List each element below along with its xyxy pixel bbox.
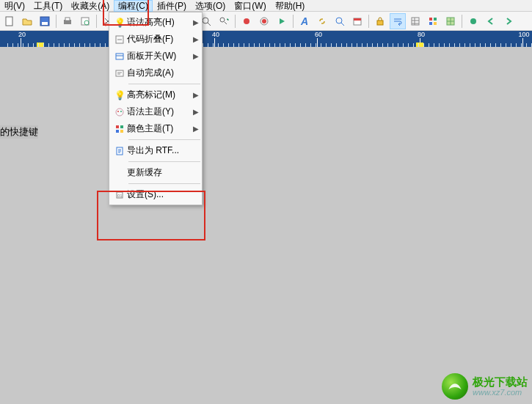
settings-icon: 01 [112, 191, 127, 199]
chevron-right-icon: ▶ [190, 18, 199, 26]
toolbar: A [0, 12, 532, 31]
menu-separator [128, 161, 200, 162]
tb-record-icon[interactable] [256, 13, 272, 29]
tb-green-dot-icon[interactable] [465, 13, 481, 29]
tb-new-icon[interactable] [1, 13, 18, 29]
tb-replace-icon[interactable] [216, 13, 232, 29]
watermark-url: www.xz7.com [473, 388, 528, 397]
menu-v[interactable]: 明(V) [0, 0, 29, 12]
menu-favorites[interactable]: 收藏夹(A) [67, 0, 114, 12]
svg-point-33 [117, 111, 119, 112]
menu-separator [128, 183, 200, 184]
editor-hint-text: 的快捷键 [0, 125, 38, 139]
menu-highlight-mark[interactable]: 💡 高亮标记(M) ▶ [109, 87, 202, 103]
menu-tools[interactable]: 工具(T) [29, 0, 67, 12]
tb-grid2-icon[interactable] [442, 13, 459, 29]
tb-preview-icon[interactable] [77, 13, 93, 29]
svg-rect-0 [6, 17, 12, 26]
svg-rect-37 [116, 130, 119, 133]
svg-rect-25 [429, 22, 432, 25]
svg-point-14 [220, 18, 225, 22]
menu-settings[interactable]: 01 设置(S)... [109, 186, 202, 203]
rtf-icon [112, 147, 127, 155]
chevron-right-icon: ▶ [190, 91, 199, 99]
toolbar-separator [235, 15, 236, 28]
toolbar-separator [96, 15, 97, 28]
menu-separator [128, 139, 200, 140]
menu-window[interactable]: 窗口(W) [230, 0, 270, 12]
tb-arrow-left-icon[interactable] [483, 13, 499, 29]
watermark-logo-icon [442, 373, 468, 400]
chevron-right-icon: ▶ [190, 108, 199, 116]
chevron-right-icon: ▶ [190, 35, 199, 43]
tb-play-icon[interactable] [274, 13, 290, 29]
toolbar-separator [462, 15, 462, 28]
svg-rect-26 [434, 22, 437, 25]
watermark: 极光下载站 www.xz7.com [442, 373, 528, 400]
tb-date-icon[interactable] [349, 13, 365, 29]
svg-rect-30 [116, 54, 123, 59]
menu-code-fold[interactable]: 代码折叠(F) ▶ [109, 31, 202, 48]
bulb-icon: 💡 [112, 18, 127, 28]
menu-panel-switch[interactable]: 面板开关(W) ▶ [109, 48, 202, 65]
tb-search2-icon[interactable] [332, 13, 348, 29]
watermark-name: 极光下载站 [473, 376, 528, 389]
svg-point-17 [262, 19, 266, 23]
svg-rect-31 [116, 70, 123, 76]
menu-autocomplete[interactable]: 自动完成(A) [109, 65, 202, 81]
svg-rect-20 [354, 18, 361, 21]
menu-export-rtf[interactable]: 导出为 RTF... [109, 142, 202, 159]
svg-rect-24 [434, 18, 437, 21]
tb-save-icon[interactable] [37, 13, 53, 29]
svg-rect-21 [377, 21, 383, 25]
tb-print-icon[interactable] [59, 13, 76, 29]
svg-point-18 [336, 18, 342, 23]
auto-icon [112, 69, 127, 78]
tb-lock-icon[interactable] [372, 13, 388, 29]
tb-open-icon[interactable] [19, 13, 35, 29]
svg-rect-23 [429, 18, 432, 21]
tb-table-icon[interactable] [407, 13, 423, 29]
chevron-right-icon: ▶ [190, 125, 199, 133]
ruler [0, 31, 532, 47]
menu-separator [128, 84, 200, 84]
tb-arrow-right-icon[interactable] [500, 13, 517, 29]
tb-dot-icon[interactable] [238, 13, 255, 29]
menu-options[interactable]: 选项(O) [191, 0, 230, 12]
tb-wrap-icon[interactable] [390, 13, 406, 29]
svg-point-32 [116, 109, 123, 116]
color-icon [112, 125, 127, 133]
bulb2-icon: 💡 [112, 90, 127, 100]
svg-rect-4 [65, 18, 70, 21]
menu-syntax-theme[interactable]: 语法主题(Y) ▶ [109, 103, 202, 120]
toolbar-separator [293, 15, 294, 28]
menu-syntax-highlight[interactable]: 💡 语法高亮(H) ▶ [109, 14, 202, 31]
toolbar-separator [368, 15, 369, 28]
editor-area[interactable]: 的快捷键 [0, 47, 532, 388]
menu-programming[interactable]: 编程(C) [114, 0, 153, 12]
svg-rect-35 [116, 125, 119, 128]
svg-text:01: 01 [117, 194, 123, 198]
toolbar-separator [56, 15, 57, 28]
theme-icon [112, 108, 127, 117]
menu-update-cache[interactable]: 更新缓存 [109, 164, 202, 181]
programming-dropdown: 💡 语法高亮(H) ▶ 代码折叠(F) ▶ 面板开关(W) ▶ 自动完成(A) … [109, 12, 203, 205]
svg-point-34 [120, 111, 122, 112]
menu-color-theme[interactable]: 颜色主题(T) ▶ [109, 120, 202, 137]
svg-point-15 [244, 18, 249, 24]
tb-link-icon[interactable] [314, 13, 330, 29]
menubar: 明(V) 工具(T) 收藏夹(A) 编程(C) 插件(P) 选项(O) 窗口(W… [0, 0, 532, 12]
svg-point-28 [470, 18, 476, 24]
tb-font-a-icon[interactable]: A [296, 13, 313, 29]
menu-plugins[interactable]: 插件(P) [153, 0, 191, 12]
svg-point-13 [203, 18, 208, 23]
tb-palette-icon[interactable] [425, 13, 441, 29]
menu-help[interactable]: 帮助(H) [271, 0, 310, 12]
chevron-right-icon: ▶ [190, 52, 199, 60]
svg-rect-36 [120, 125, 123, 128]
panel-icon [112, 52, 127, 61]
svg-rect-38 [120, 130, 123, 133]
fold-icon [112, 35, 127, 44]
svg-rect-2 [42, 22, 48, 25]
